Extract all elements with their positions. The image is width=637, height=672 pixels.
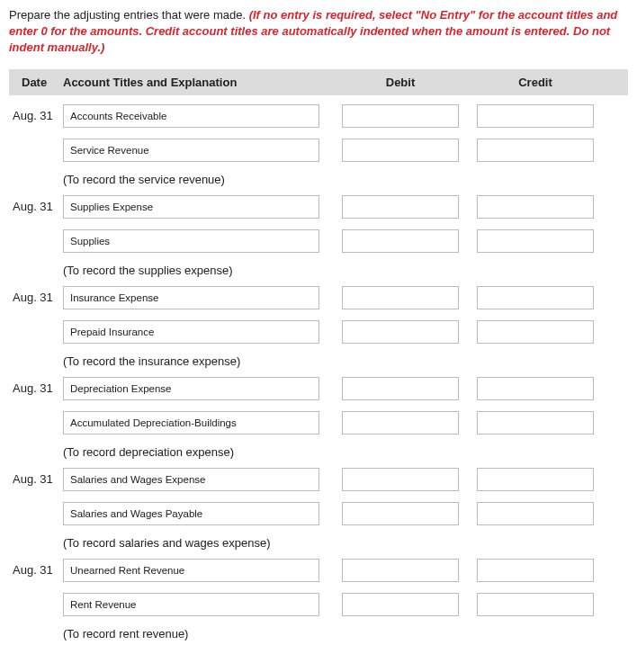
entry-explanation: (To record the insurance expense) — [9, 354, 628, 368]
credit-line — [9, 320, 628, 344]
credit-amount-input[interactable] — [477, 195, 594, 219]
header-acct: Account Titles and Explanation — [63, 76, 333, 89]
debit-amount-input[interactable] — [342, 320, 459, 344]
credit-amount-input[interactable] — [477, 468, 594, 491]
debit-amount-input[interactable] — [342, 411, 459, 435]
debit-line: Aug. 31 — [9, 286, 628, 309]
credit-line — [9, 411, 628, 435]
journal-entry: Aug. 31 (To record the insurance exp — [9, 286, 628, 368]
debit-account-input[interactable] — [63, 559, 319, 582]
debit-amount-input[interactable] — [342, 286, 459, 309]
credit-account-input[interactable] — [63, 411, 319, 435]
debit-amount-input[interactable] — [342, 139, 459, 162]
journal-entry: Aug. 31 (To record salaries and wage — [9, 468, 628, 550]
debit-account-input[interactable] — [63, 377, 319, 400]
debit-amount-input[interactable] — [342, 559, 459, 582]
credit-account-input[interactable] — [63, 502, 319, 525]
credit-amount-input[interactable] — [477, 229, 594, 253]
entry-date: Aug. 31 — [9, 472, 63, 486]
debit-amount-input[interactable] — [342, 104, 459, 128]
table-header: Date Account Titles and Explanation Debi… — [9, 69, 628, 95]
entry-explanation: (To record depreciation expense) — [9, 445, 628, 459]
debit-line: Aug. 31 — [9, 195, 628, 219]
credit-amount-input[interactable] — [477, 502, 594, 525]
credit-amount-input[interactable] — [477, 104, 594, 128]
journal-entry: Aug. 31 (To record rent revenue) — [9, 559, 628, 641]
credit-account-input[interactable] — [63, 593, 319, 616]
entry-date: Aug. 31 — [9, 381, 63, 395]
debit-amount-input[interactable] — [342, 195, 459, 219]
credit-amount-input[interactable] — [477, 593, 594, 616]
credit-line — [9, 593, 628, 616]
debit-line: Aug. 31 — [9, 104, 628, 128]
credit-account-input[interactable] — [63, 139, 319, 162]
entry-date: Aug. 31 — [9, 109, 63, 122]
credit-account-input[interactable] — [63, 320, 319, 344]
debit-amount-input[interactable] — [342, 593, 459, 616]
debit-account-input[interactable] — [63, 104, 319, 128]
debit-amount-input[interactable] — [342, 502, 459, 525]
debit-account-input[interactable] — [63, 286, 319, 309]
instructions: Prepare the adjusting entries that were … — [9, 7, 628, 57]
journal-entry: Aug. 31 (To record the service reven — [9, 104, 628, 186]
journal-entry: Aug. 31 (To record depreciation expe — [9, 377, 628, 459]
entry-explanation: (To record salaries and wages expense) — [9, 536, 628, 550]
debit-line: Aug. 31 — [9, 468, 628, 491]
journal-entry: Aug. 31 (To record the supplies expe — [9, 195, 628, 277]
header-credit: Credit — [468, 76, 603, 89]
debit-line: Aug. 31 — [9, 377, 628, 400]
debit-amount-input[interactable] — [342, 229, 459, 253]
entry-explanation: (To record the service revenue) — [9, 173, 628, 186]
credit-line — [9, 139, 628, 162]
entry-date: Aug. 31 — [9, 200, 63, 213]
credit-account-input[interactable] — [63, 229, 319, 253]
entry-explanation: (To record rent revenue) — [9, 627, 628, 641]
debit-account-input[interactable] — [63, 195, 319, 219]
credit-amount-input[interactable] — [477, 286, 594, 309]
entry-explanation: (To record the supplies expense) — [9, 264, 628, 277]
credit-amount-input[interactable] — [477, 320, 594, 344]
debit-amount-input[interactable] — [342, 468, 459, 491]
debit-amount-input[interactable] — [342, 377, 459, 400]
entry-date: Aug. 31 — [9, 563, 63, 577]
entry-date: Aug. 31 — [9, 291, 63, 304]
credit-line — [9, 502, 628, 525]
instructions-black: Prepare the adjusting entries that were … — [9, 8, 249, 22]
header-debit: Debit — [333, 76, 468, 89]
header-date: Date — [9, 76, 63, 89]
credit-amount-input[interactable] — [477, 559, 594, 582]
credit-line — [9, 229, 628, 253]
credit-amount-input[interactable] — [477, 377, 594, 400]
debit-line: Aug. 31 — [9, 559, 628, 582]
credit-amount-input[interactable] — [477, 411, 594, 435]
debit-account-input[interactable] — [63, 468, 319, 491]
credit-amount-input[interactable] — [477, 139, 594, 162]
